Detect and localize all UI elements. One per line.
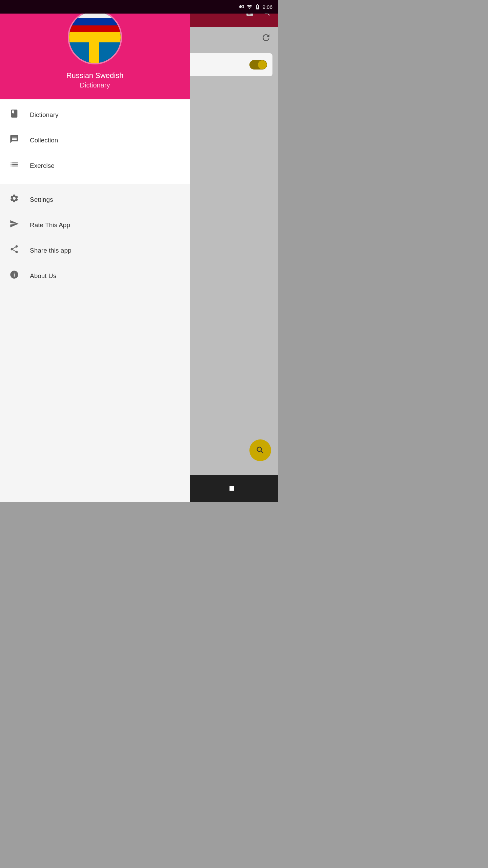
drawer-item-share[interactable]: Share this app	[0, 238, 190, 263]
exercise-label: Exercise	[30, 162, 55, 170]
dictionary-label: Dictionary	[30, 111, 58, 119]
drawer-main-section: Dictionary Collection Exercise	[0, 99, 190, 184]
book-icon	[8, 109, 20, 121]
search-fab[interactable]	[249, 439, 271, 461]
drawer-item-exercise[interactable]: Exercise	[0, 153, 190, 178]
toggle-knob	[258, 60, 267, 69]
russian-flag-red	[69, 25, 121, 32]
share-icon	[8, 244, 20, 256]
drawer-item-settings[interactable]: Settings	[0, 187, 190, 212]
refresh-icon[interactable]	[261, 33, 271, 45]
list-icon	[8, 160, 20, 172]
collection-label: Collection	[30, 137, 58, 144]
drawer-item-rate[interactable]: Rate This App	[0, 212, 190, 238]
status-bar-icons: 4G 9:06	[239, 4, 272, 10]
russian-flag-blue	[69, 18, 121, 25]
info-icon	[8, 270, 20, 282]
battery-icon	[255, 4, 261, 10]
drawer: Russian Swedish Dictionary Dictionary Co…	[0, 0, 190, 502]
rate-label: Rate This App	[30, 221, 70, 229]
russian-flag-peek	[69, 12, 121, 32]
signal-text: 4G	[239, 4, 244, 9]
app-logo	[68, 10, 122, 64]
drawer-item-collection[interactable]: Collection	[0, 127, 190, 153]
drawer-item-about[interactable]: About Us	[0, 263, 190, 289]
time-display: 9:06	[263, 4, 272, 10]
app-name: Russian Swedish	[66, 71, 124, 80]
chat-icon	[8, 134, 20, 146]
gear-icon	[8, 194, 20, 205]
drawer-secondary-section: Settings Rate This App Share this app	[0, 184, 190, 502]
settings-label: Settings	[30, 196, 53, 203]
send-icon	[8, 219, 20, 231]
toggle-switch[interactable]	[249, 60, 267, 70]
drawer-divider	[0, 180, 190, 180]
drawer-header: Russian Swedish Dictionary	[0, 0, 190, 99]
status-bar: 4G 9:06	[0, 0, 278, 14]
recents-button[interactable]: ■	[229, 483, 235, 494]
share-label: Share this app	[30, 247, 72, 254]
about-label: About Us	[30, 272, 56, 280]
signal-icon	[246, 4, 252, 10]
app-subtitle: Dictionary	[80, 81, 110, 89]
drawer-item-dictionary[interactable]: Dictionary	[0, 102, 190, 127]
